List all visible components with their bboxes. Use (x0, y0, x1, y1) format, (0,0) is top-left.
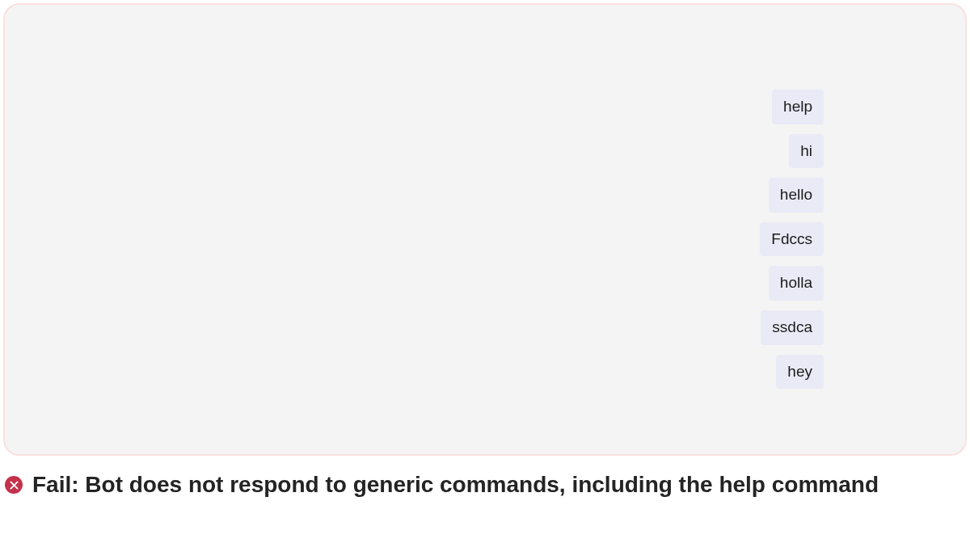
chat-message[interactable]: hello (769, 178, 824, 213)
chat-message[interactable]: hi (789, 134, 824, 169)
chat-message[interactable]: ssdca (761, 310, 824, 345)
result-message: Fail: Bot does not respond to generic co… (32, 470, 879, 499)
chat-message[interactable]: hey (776, 355, 824, 389)
chat-container: help hi hello Fdccs holla ssdca hey (3, 3, 967, 456)
chat-message[interactable]: holla (769, 266, 824, 301)
chat-message[interactable]: Fdccs (760, 222, 824, 257)
messages-area: help hi hello Fdccs holla ssdca hey (760, 90, 824, 389)
error-icon (5, 476, 23, 494)
chat-message[interactable]: help (772, 90, 824, 124)
result-row: Fail: Bot does not respond to generic co… (0, 456, 970, 499)
